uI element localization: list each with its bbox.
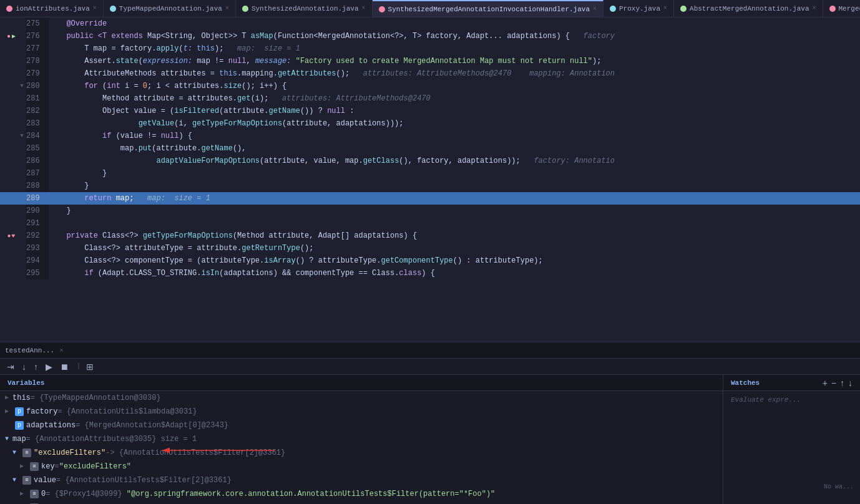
breakpoint-icon-292: ● [7, 233, 11, 240]
type-badge-m: ≡ [30, 490, 39, 498]
code-content-285: map.put(attribute.getName(), [49, 144, 855, 153]
tab-abstract-merged[interactable]: AbstractMergedAnnotation.java × [674, 0, 823, 17]
add-watch-btn[interactable]: + [823, 378, 828, 388]
expand-icon[interactable]: ▶ [20, 488, 27, 500]
code-content-282: Object value = (isFiltered(attribute.get… [49, 107, 855, 115]
code-content-280: for (int i = 0; i < attributes.size(); i… [49, 82, 855, 90]
var-item-value[interactable]: ▼ ≡ value = {AnnotationUtilsTests$Filter… [0, 473, 723, 487]
type-badge-m: ≡ [22, 448, 31, 457]
tab-label: ionAttributes.java [16, 5, 90, 12]
code-line-282: 282 Object value = (isFiltered(attribute… [0, 105, 860, 117]
debug-evaluate-btn[interactable]: ⊞ [84, 361, 95, 372]
line-num-289: 289 [26, 192, 49, 205]
evaluate-placeholder[interactable]: Evaluate expre... [728, 394, 855, 406]
line-num-290: 290 [26, 205, 49, 217]
code-content-293: Class<?> attributeType = attribute.getRe… [49, 244, 855, 253]
var-item-this[interactable]: ▶ this = {TypeMappedAnnotation@3030} [0, 391, 723, 405]
tab-label: SynthesizedAnnotation.java [252, 5, 359, 12]
code-line-280: ▼ 280 for (int i = 0; i < attributes.siz… [0, 80, 860, 92]
watches-header: Watches + − ↑ ↓ [723, 375, 860, 391]
debug-stop-btn[interactable]: ⏹ [58, 361, 71, 372]
tab-label: Proxy.java [619, 5, 660, 12]
tab-synthesized[interactable]: SynthesizedAnnotation.java × [236, 0, 373, 17]
code-content-292: private Class<?> getTypeForMapOptions(Me… [49, 231, 855, 240]
move-down-watch-btn[interactable]: ↓ [848, 378, 853, 388]
tab-label: MergedAnnotation [839, 5, 861, 12]
expand-icon[interactable]: ▶ [20, 461, 27, 472]
remove-watch-btn[interactable]: − [831, 378, 836, 388]
expand-icon[interactable]: ▼ [5, 434, 12, 445]
fold-col-284[interactable]: ▼ [17, 133, 26, 139]
debug-step-over-btn[interactable]: ⇥ [5, 361, 16, 372]
var-item-factory[interactable]: ▶ p factory = {AnnotationUtils$lambda@30… [0, 405, 723, 419]
code-line-285: 285 map.put(attribute.getName(), [0, 142, 860, 155]
expand-icon[interactable]: ▶ [5, 406, 12, 417]
watches-panel: Watches + − ↑ ↓ Evaluate expre... No wa.… [723, 375, 860, 504]
tab-bar: ionAttributes.java × TypeMappedAnnotatio… [0, 0, 860, 17]
line-num-283: 283 [26, 117, 49, 130]
tab-typemapped[interactable]: TypeMappedAnnotation.java × [104, 0, 236, 17]
line-num-279: 279 [26, 67, 49, 80]
code-line-295: 295 if (Adapt.CLASS_TO_STRING.isIn(adapt… [0, 267, 860, 279]
tab-proxy[interactable]: Proxy.java × [603, 0, 674, 17]
type-badge-p: p [15, 421, 24, 430]
var-item-excludefilters[interactable]: ▼ ≡ "excludeFilters" -> {AnnotationUtils… [0, 446, 723, 460]
close-icon[interactable]: × [225, 5, 229, 12]
tab-icon [829, 6, 836, 12]
main-area: 275 @Override ● ▶ 276 public <T extends … [0, 17, 860, 504]
code-line-275: 275 @Override [0, 17, 860, 30]
move-up-watch-btn[interactable]: ↑ [840, 378, 844, 388]
debug-step-out-btn[interactable]: ↑ [32, 361, 40, 372]
debug-resume-btn[interactable]: ▶ [44, 361, 54, 372]
expand-icon[interactable]: ▼ [12, 447, 20, 458]
line-num-292: 292 [26, 230, 49, 242]
code-line-287: 287 } [0, 167, 860, 180]
tab-ionattributes[interactable]: ionAttributes.java × [0, 0, 104, 17]
code-line-281: 281 Method attribute = attributes.get(i)… [0, 92, 860, 105]
expand-icon[interactable]: ▶ [5, 392, 12, 404]
var-item-key[interactable]: ▶ ≡ key = "excludeFilters" [0, 460, 723, 473]
code-editor[interactable]: 275 @Override ● ▶ 276 public <T extends … [0, 17, 860, 342]
code-content-289: return map; map: size = 1 [49, 194, 855, 203]
expand-icon[interactable]: ▼ [12, 475, 20, 486]
debug-panel: testedAnn... × ⇥ ↓ ↑ ▶ ⏹ | ⊞ Variables [0, 342, 860, 504]
debug-tab-label[interactable]: testedAnn... [5, 347, 54, 354]
tab-synthesized-merged[interactable]: SynthesizedMergedAnnotationInvocationHan… [373, 0, 603, 17]
line-num-294: 294 [26, 254, 49, 267]
debug-tab-close[interactable]: × [59, 347, 64, 354]
code-content-288: } [49, 182, 855, 190]
close-icon[interactable]: × [593, 6, 597, 12]
watches-title: Watches [731, 379, 760, 387]
tab-label: SynthesizedMergedAnnotationInvocationHan… [388, 6, 590, 13]
code-line-292: ● ♥ 292 private Class<?> getTypeForMapOp… [0, 230, 860, 242]
line-num-288: 288 [26, 180, 49, 192]
var-item-adaptations[interactable]: p adaptations = {MergedAnnotation$Adapt[… [0, 419, 723, 432]
line-num-287: 287 [26, 167, 49, 180]
close-icon[interactable]: × [93, 5, 97, 12]
line-num-277: 277 [26, 42, 49, 55]
close-icon[interactable]: × [812, 5, 816, 12]
line-num-284: 284 [26, 130, 49, 142]
code-line-294: 294 Class<?> componentType = (attributeT… [0, 254, 860, 267]
var-item-map[interactable]: ▼ map = {AnnotationAttributes@3035} size… [0, 432, 723, 446]
tab-icon [610, 6, 616, 12]
close-icon[interactable]: × [663, 5, 667, 12]
close-icon[interactable]: × [362, 5, 366, 12]
icon-col-292: ● ♥ [5, 233, 17, 240]
tab-icon [379, 6, 385, 12]
code-content-278: Assert.state(expression: map != null, me… [49, 57, 855, 65]
debug-separator: | [77, 363, 81, 370]
type-badge-p: p [15, 407, 24, 416]
var-item-1[interactable]: ▶ ≡ 1 = {$Proxy14@3100} "@org.springfram… [0, 501, 723, 504]
var-item-0[interactable]: ▶ ≡ 0 = {$Proxy14@3099} "@org.springfram… [0, 487, 723, 501]
fold-col-280[interactable]: ▼ [17, 83, 26, 89]
icon-col-276: ● ▶ [5, 32, 17, 40]
code-content-276: public <T extends Map<String, Object>> T… [49, 32, 855, 41]
code-content-290: } [49, 206, 855, 215]
line-num-285: 285 [26, 142, 49, 155]
arrow-icon-276: ▶ [12, 32, 16, 40]
code-line-284: ▼ 284 if (value != null) { [0, 130, 860, 142]
tab-merged-annotation[interactable]: MergedAnnotation × [823, 0, 861, 17]
code-line-283: 283 getValue(i, getTypeForMapOptions(att… [0, 117, 860, 130]
debug-step-in-btn[interactable]: ↓ [20, 361, 28, 372]
